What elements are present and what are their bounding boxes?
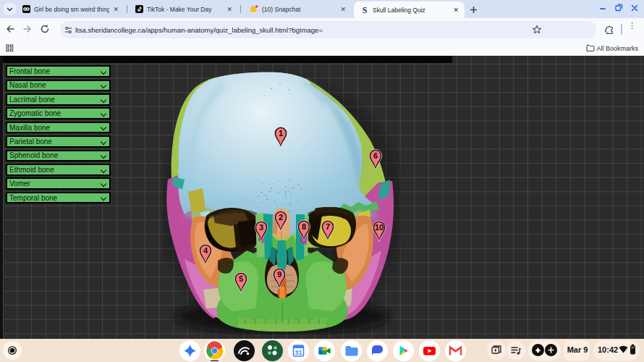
svg-text:8: 8 bbox=[302, 222, 306, 231]
svg-text:4: 4 bbox=[203, 246, 208, 255]
svg-text:7: 7 bbox=[326, 222, 330, 231]
svg-text:3: 3 bbox=[259, 223, 263, 232]
svg-text:6: 6 bbox=[373, 151, 378, 160]
svg-text:9: 9 bbox=[277, 270, 281, 279]
svg-text:2: 2 bbox=[279, 213, 283, 222]
svg-text:31: 31 bbox=[295, 349, 302, 356]
svg-text:S: S bbox=[363, 6, 368, 14]
svg-text:1: 1 bbox=[279, 129, 283, 138]
svg-text:5: 5 bbox=[239, 274, 243, 283]
svg-text:10: 10 bbox=[375, 223, 384, 232]
